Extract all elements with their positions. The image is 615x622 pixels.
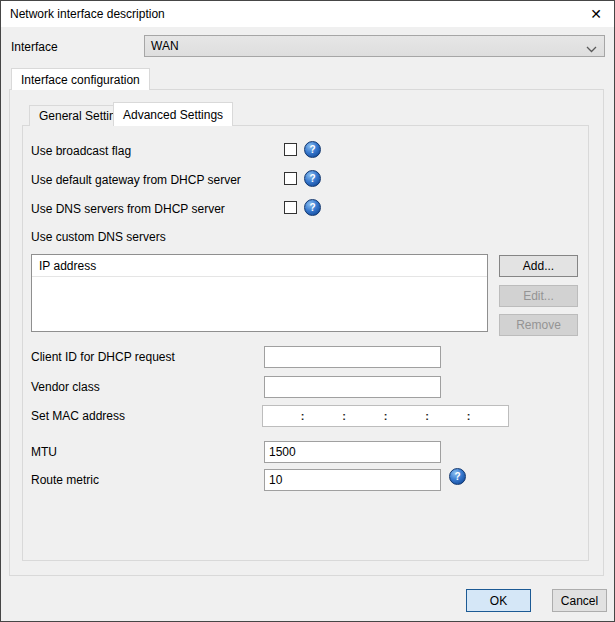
broadcast-flag-label: Use broadcast flag [31, 144, 131, 158]
remove-button-label: Remove [516, 318, 561, 332]
dns-list-header: IP address [32, 255, 487, 277]
edit-button: Edit... [499, 285, 578, 307]
dns-servers-label: Use DNS servers from DHCP server [31, 202, 225, 216]
route-metric-input[interactable] [264, 469, 441, 491]
route-metric-label: Route metric [31, 473, 99, 487]
add-button-label: Add... [523, 259, 554, 273]
dns-server-list[interactable]: IP address [31, 254, 488, 332]
custom-dns-label: Use custom DNS servers [31, 230, 166, 244]
interface-label: Interface [11, 40, 58, 54]
tab-interface-configuration-label: Interface configuration [21, 73, 140, 87]
ok-button-label: OK [490, 594, 507, 608]
edit-button-label: Edit... [523, 289, 554, 303]
tab-advanced-settings-label: Advanced Settings [123, 108, 223, 122]
mtu-label: MTU [31, 445, 57, 459]
interface-select-value: WAN [151, 39, 179, 53]
network-interface-dialog: Network interface description ✕ Interfac… [0, 0, 615, 622]
advanced-settings-panel [22, 125, 589, 561]
dns-list-header-label: IP address [39, 259, 96, 273]
default-gateway-help-icon[interactable]: ? [304, 170, 321, 187]
dns-servers-checkbox[interactable] [284, 201, 297, 214]
ok-button[interactable]: OK [466, 589, 531, 612]
client-id-input[interactable] [264, 346, 441, 368]
window-title: Network interface description [10, 7, 165, 21]
default-gateway-label: Use default gateway from DHCP server [31, 173, 241, 187]
remove-button: Remove [499, 314, 578, 336]
client-id-label: Client ID for DHCP request [31, 350, 175, 364]
route-metric-help-icon[interactable]: ? [449, 468, 466, 485]
tab-interface-configuration[interactable]: Interface configuration [11, 68, 150, 90]
mtu-input[interactable] [264, 441, 441, 463]
default-gateway-checkbox[interactable] [284, 172, 297, 185]
titlebar: Network interface description ✕ [1, 1, 614, 27]
add-button[interactable]: Add... [499, 255, 578, 277]
broadcast-flag-checkbox[interactable] [284, 143, 297, 156]
mac-address-input[interactable]: : : : : : [262, 405, 509, 427]
broadcast-flag-help-icon[interactable]: ? [304, 141, 321, 158]
cancel-button-label: Cancel [561, 594, 598, 608]
cancel-button[interactable]: Cancel [552, 589, 607, 612]
dns-servers-help-icon[interactable]: ? [304, 199, 321, 216]
vendor-class-label: Vendor class [31, 380, 100, 394]
mac-address-label: Set MAC address [31, 409, 125, 423]
close-icon[interactable]: ✕ [584, 3, 608, 25]
interface-select[interactable]: WAN [144, 35, 605, 57]
chevron-down-icon [586, 42, 597, 56]
tab-advanced-settings[interactable]: Advanced Settings [113, 102, 233, 126]
vendor-class-input[interactable] [264, 376, 441, 398]
